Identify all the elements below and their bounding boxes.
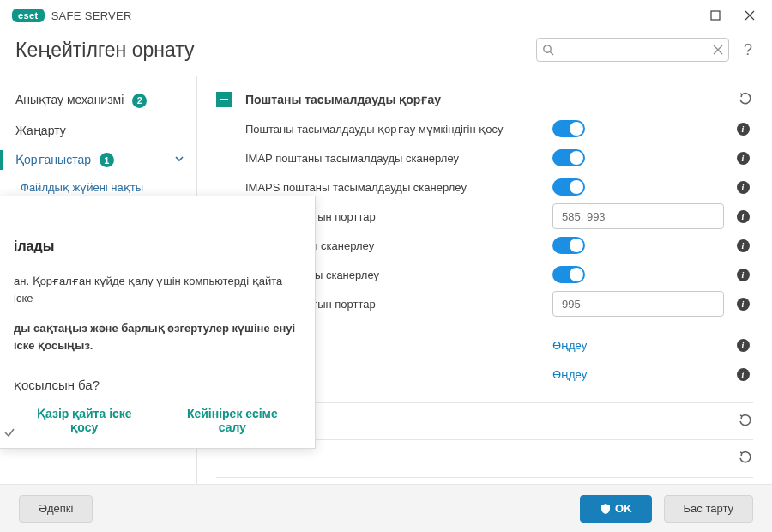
svg-point-1: [544, 45, 551, 52]
default-button[interactable]: Әдепкі: [19, 495, 93, 523]
search-input[interactable]: [561, 43, 706, 57]
edit-link[interactable]: Өңдеу: [552, 339, 587, 352]
sidebar-item-label: Анықтау механизмі: [15, 93, 124, 106]
restart-now-button[interactable]: Қазір қайта іске қосу: [14, 407, 155, 434]
info-icon[interactable]: i: [737, 123, 750, 136]
sidebar-item-detection[interactable]: Анықтау механизмі 2: [0, 85, 196, 116]
window-maximize-button[interactable]: [698, 2, 733, 29]
info-icon[interactable]: i: [737, 269, 750, 281]
sidebar-item-label: Жаңарту: [15, 124, 66, 137]
chevron-down-icon: [174, 153, 184, 166]
shield-icon: [600, 503, 612, 515]
close-icon: [745, 10, 755, 21]
check-icon: [3, 426, 15, 441]
footer-bar: Әдепкі OK Бас тарту: [0, 484, 772, 532]
toggle-switch[interactable]: [552, 266, 585, 283]
info-icon[interactable]: i: [737, 368, 750, 381]
section-header-email[interactable]: Поштаны тасымалдауды қорғау: [216, 85, 753, 114]
toggle-switch[interactable]: [552, 237, 585, 254]
setting-row-imap-scan: IMAP поштаны тасымалдауды сканерлеу i: [216, 143, 753, 172]
dialog-line2: ды сақтаңыз және барлық өзгертулер күшін…: [14, 320, 301, 354]
undo-icon[interactable]: [738, 413, 753, 431]
sidebar-item-update[interactable]: Жаңарту: [0, 116, 196, 145]
ports-input[interactable]: [552, 203, 724, 229]
cancel-button[interactable]: Бас тарту: [664, 495, 753, 523]
svg-rect-0: [711, 11, 720, 20]
dialog-heading: ілады: [14, 239, 301, 254]
ok-label: OK: [615, 502, 632, 515]
toggle-switch[interactable]: [552, 120, 585, 137]
dialog-footer: Қазір қайта іске қосу Кейінірек есіме са…: [14, 407, 301, 434]
undo-icon[interactable]: [738, 450, 753, 468]
dialog-line1: ан. Қорғалған күйде қалу үшін компьютерд…: [14, 273, 301, 306]
info-icon[interactable]: i: [737, 298, 750, 311]
sidebar-item-label: Қорғаныстар: [15, 153, 91, 166]
info-icon[interactable]: i: [737, 181, 750, 194]
brand-pill: eset: [12, 9, 45, 22]
app-window: eset SAFE SERVER Кеңейтілген орнату ? Ан…: [0, 0, 772, 532]
info-icon[interactable]: i: [737, 210, 750, 223]
ports-input[interactable]: [552, 291, 724, 317]
undo-icon[interactable]: [738, 91, 753, 109]
info-icon[interactable]: i: [737, 239, 750, 252]
remind-later-button[interactable]: Кейінірек есіме салу: [164, 407, 301, 434]
titlebar: eset SAFE SERVER: [0, 0, 772, 31]
collapse-icon[interactable]: [216, 92, 232, 107]
search-icon: [542, 44, 554, 56]
active-indicator: [0, 150, 3, 171]
window-close-button[interactable]: [733, 2, 767, 29]
sidebar-badge: 2: [132, 94, 147, 108]
maximize-icon: [710, 10, 721, 21]
brand-suite: SAFE SERVER: [51, 9, 132, 22]
toggle-switch[interactable]: [552, 149, 585, 166]
restart-dialog: ілады ан. Қорғалған күйде қалу үшін комп…: [0, 196, 316, 449]
page-header: Кеңейтілген орнату ?: [0, 31, 772, 76]
ok-button[interactable]: OK: [580, 495, 652, 523]
help-button[interactable]: ?: [738, 41, 758, 59]
info-icon[interactable]: i: [737, 339, 750, 352]
info-icon[interactable]: i: [737, 152, 750, 165]
row-label: IMAP поштаны тасымалдауды сканерлеу: [245, 152, 552, 165]
dialog-question: қосылсын ба?: [14, 378, 301, 393]
section-title: Поштаны тасымалдауды қорғау: [245, 93, 441, 106]
brand-logo: eset: [12, 9, 45, 22]
sidebar-badge: 1: [100, 153, 114, 167]
toggle-switch[interactable]: [552, 178, 585, 196]
sidebar-item-protections[interactable]: Қорғаныстар 1: [0, 145, 196, 176]
page-title: Кеңейтілген орнату: [15, 39, 195, 62]
row-label: IMAPS поштаны тасымалдауды сканерлеу: [245, 181, 552, 194]
row-label: Поштаны тасымалдауды қорғау мүмкіндігін …: [245, 123, 552, 136]
search-box[interactable]: [536, 38, 729, 62]
setting-row-enable-email-protection: Поштаны тасымалдауды қорғау мүмкіндігін …: [216, 114, 753, 143]
edit-link[interactable]: Өңдеу: [552, 368, 587, 381]
clear-icon[interactable]: [713, 45, 723, 55]
